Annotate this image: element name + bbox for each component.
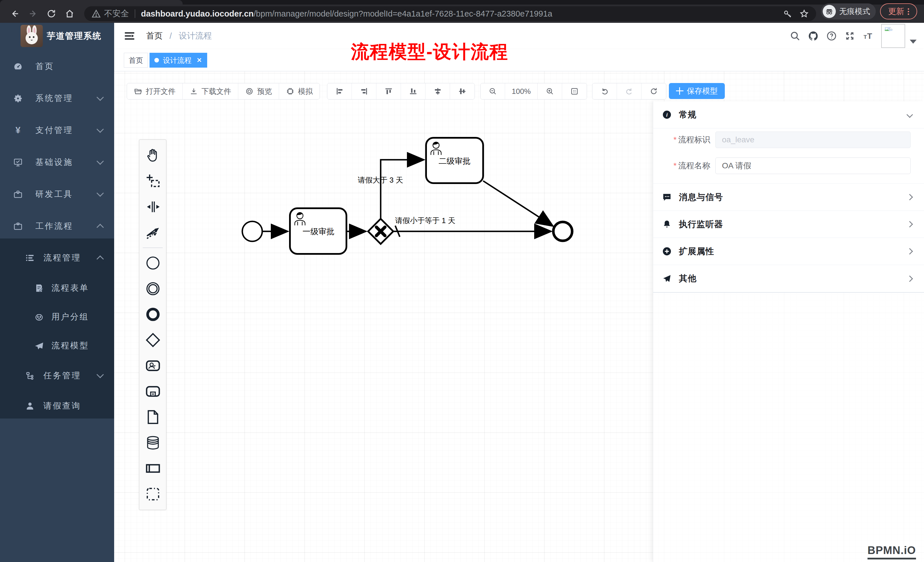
create-intermediate-event[interactable] (139, 276, 166, 301)
incognito-icon (823, 5, 836, 18)
end-event-node[interactable] (554, 222, 572, 241)
redo-button[interactable] (617, 83, 642, 99)
lasso-tool[interactable] (139, 168, 166, 194)
search-icon[interactable] (786, 23, 804, 49)
create-user-task[interactable] (139, 353, 166, 379)
reload-button[interactable] (42, 4, 60, 23)
chevron-down-icon (907, 112, 913, 118)
bpmn-canvas[interactable]: 一级审批 (114, 71, 924, 562)
zoom-in-button[interactable] (538, 83, 562, 99)
sidebar-item-devtools[interactable]: 研发工具 (0, 180, 114, 209)
update-button[interactable]: 更新 (880, 3, 917, 19)
key-icon[interactable] (783, 9, 792, 18)
avatar[interactable] (881, 24, 905, 48)
align-toolbar-group (327, 83, 475, 100)
sidebar-item-process-mgmt[interactable]: 流程管理 (0, 243, 114, 273)
hand-tool[interactable] (139, 142, 166, 168)
create-subprocess[interactable] (139, 379, 166, 404)
global-connect-tool[interactable] (139, 220, 166, 245)
align-right-button[interactable] (352, 83, 376, 99)
hamburger-icon[interactable] (123, 30, 136, 42)
create-participant[interactable] (139, 456, 166, 481)
space-tool[interactable] (139, 194, 166, 220)
address-bar[interactable]: 不安全 dashboard.yudao.iocoder.cn/bpm/manag… (84, 6, 816, 21)
sidebar-item-user-group[interactable]: 用户分组 (0, 303, 114, 331)
flow-task2-to-end[interactable] (483, 181, 552, 225)
font-size-icon[interactable]: TT (859, 23, 877, 49)
section-message-signal[interactable]: 消息与信号 (653, 184, 924, 211)
home-button[interactable] (60, 4, 79, 23)
sidebar-item-workflow[interactable]: 工作流程 (0, 212, 114, 241)
incognito-badge: 无痕模式 (821, 3, 876, 19)
flow-label-le1[interactable]: 请假小于等于 1 天 (395, 216, 455, 225)
bpmn-io-watermark[interactable]: BPMN.iO (867, 544, 916, 559)
sidebar-item-infra[interactable]: 基础设施 (0, 148, 114, 177)
help-icon[interactable] (822, 23, 841, 49)
section-other[interactable]: 其他 (653, 265, 924, 292)
align-left-button[interactable] (327, 83, 352, 99)
chevron-right-icon (907, 275, 913, 282)
browser-tab[interactable] (0, 0, 183, 4)
zoom-out-button[interactable] (480, 83, 505, 99)
download-file-button[interactable]: 下载文件 (183, 83, 238, 99)
start-event-node[interactable] (242, 221, 262, 241)
save-model-button[interactable]: 保存模型 (669, 83, 725, 99)
align-top-button[interactable] (376, 83, 401, 99)
sidebar-item-label: 用户分组 (51, 311, 89, 323)
sidebar-item-task-mgmt[interactable]: 任务管理 (0, 361, 114, 390)
open-file-button[interactable]: 打开文件 (127, 83, 183, 99)
flow-label-gt3[interactable]: 请假大于 3 天 (358, 176, 403, 184)
section-extension-attributes[interactable]: 扩展属性 (653, 238, 924, 265)
user-task-1[interactable]: 一级审批 (290, 208, 346, 254)
app-title: 芋道管理系统 (47, 30, 102, 42)
back-button[interactable] (6, 4, 24, 23)
section-general[interactable]: i 常规 (653, 101, 924, 128)
bell-icon (662, 219, 672, 229)
sidebar-item-label: 流程模型 (51, 340, 89, 351)
star-icon[interactable] (800, 9, 809, 18)
sidebar-item-system[interactable]: 系统管理 (0, 84, 114, 113)
svg-text:T: T (867, 31, 872, 40)
preview-button[interactable]: 预览 (238, 83, 279, 99)
create-start-event[interactable] (139, 250, 166, 276)
fit-viewport-button[interactable] (562, 83, 587, 99)
align-center-vertical-button[interactable] (426, 83, 450, 99)
close-icon[interactable] (196, 57, 202, 63)
section-execution-listener[interactable]: 执行监听器 (653, 211, 924, 238)
forward-button[interactable] (24, 4, 42, 23)
process-name-input[interactable] (716, 157, 910, 174)
flow-gateway-to-task2[interactable] (381, 160, 423, 218)
simulate-button[interactable]: 模拟 (279, 83, 320, 99)
sidebar-item-home[interactable]: 首页 (0, 52, 114, 81)
sidebar-item-leave-query[interactable]: 请假查询 (0, 391, 114, 421)
caret-down-icon[interactable] (910, 40, 916, 43)
svg-text:T: T (864, 34, 867, 40)
exclusive-gateway[interactable] (368, 219, 393, 244)
sidebar-item-process-form[interactable]: 流程表单 (0, 274, 114, 303)
toolbox-icon (13, 189, 23, 199)
create-group[interactable] (139, 481, 166, 507)
browser-tab-strip (0, 0, 924, 4)
sidebar-item-payment[interactable]: ¥ 支付管理 (0, 116, 114, 145)
align-bottom-button[interactable] (401, 83, 426, 99)
undo-button[interactable] (592, 83, 617, 99)
create-data-store[interactable] (139, 430, 166, 456)
user-task-2[interactable]: 二级审批 (426, 138, 483, 183)
svg-text:¥: ¥ (15, 126, 21, 135)
sidebar-item-label: 请假查询 (44, 400, 81, 412)
create-gateway[interactable] (139, 327, 166, 353)
restart-button[interactable] (642, 83, 666, 99)
header-actions: TT (786, 23, 924, 49)
tag-design-process[interactable]: 设计流程 (150, 53, 207, 67)
github-icon[interactable] (804, 23, 822, 49)
create-data-object[interactable] (139, 404, 166, 430)
sidebar-item-process-model[interactable]: 流程模型 (0, 331, 114, 360)
create-end-event[interactable] (139, 301, 166, 327)
tag-home[interactable]: 首页 (124, 53, 148, 67)
browser-menu-icon[interactable] (908, 7, 909, 16)
app-logo[interactable]: 芋道管理系统 (0, 23, 114, 49)
breadcrumb-home[interactable]: 首页 (146, 30, 163, 42)
fullscreen-icon[interactable] (841, 23, 859, 49)
align-center-horizontal-button[interactable] (450, 83, 474, 99)
warning-icon (92, 9, 101, 18)
